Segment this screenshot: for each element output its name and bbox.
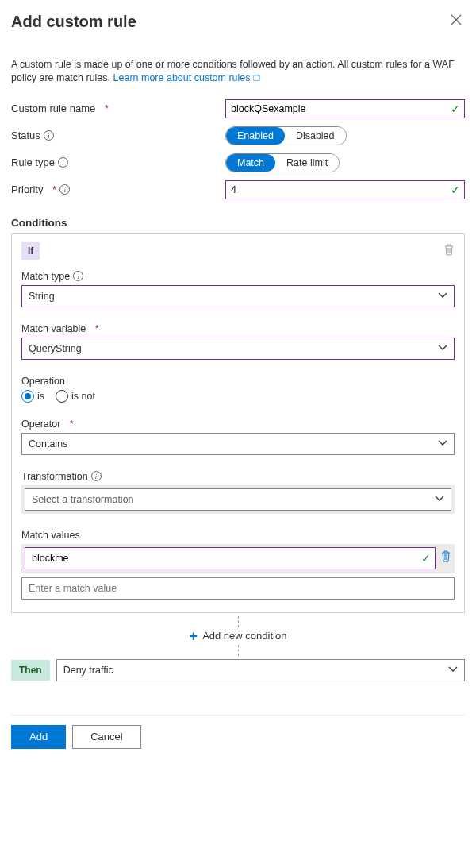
- rule-name-label: Custom rule name *: [11, 102, 225, 114]
- then-badge: Then: [11, 660, 50, 681]
- info-icon[interactable]: i: [44, 130, 54, 141]
- operation-label: Operation: [21, 376, 455, 387]
- delete-value-icon[interactable]: [440, 550, 451, 565]
- match-variable-label: Match variable *: [21, 323, 455, 334]
- learn-more-link[interactable]: Learn more about custom rules ❐: [113, 72, 261, 83]
- chevron-down-icon: [438, 438, 447, 450]
- condition-card: If Match type i String Match variable * …: [11, 233, 465, 613]
- transformation-label: Transformation i: [21, 471, 455, 482]
- status-enabled[interactable]: Enabled: [226, 127, 285, 145]
- transformation-select[interactable]: Select a transformation: [25, 488, 451, 511]
- info-icon[interactable]: i: [58, 157, 68, 168]
- ruletype-rate[interactable]: Rate limit: [275, 154, 339, 172]
- condition-connector: + Add new condition: [11, 616, 465, 656]
- status-toggle[interactable]: Enabled Disabled: [225, 126, 347, 145]
- page-title: Add custom rule: [11, 13, 136, 31]
- cancel-button[interactable]: Cancel: [72, 725, 140, 749]
- intro-text: A custom rule is made up of one or more …: [11, 58, 465, 85]
- match-values-label: Match values: [21, 530, 455, 541]
- rule-name-input[interactable]: [225, 99, 465, 118]
- status-disabled[interactable]: Disabled: [285, 127, 346, 145]
- action-select[interactable]: Deny traffic: [56, 659, 465, 681]
- delete-condition-icon[interactable]: [443, 244, 455, 258]
- info-icon[interactable]: i: [60, 184, 70, 195]
- conditions-heading: Conditions: [11, 217, 465, 229]
- chevron-down-icon: [435, 494, 444, 506]
- priority-input[interactable]: [225, 180, 465, 199]
- match-value-input[interactable]: [25, 547, 436, 569]
- if-badge: If: [21, 242, 40, 260]
- ruletype-match[interactable]: Match: [226, 154, 275, 172]
- add-condition-button[interactable]: + Add new condition: [190, 627, 287, 645]
- operator-label: Operator *: [21, 419, 455, 430]
- operator-select[interactable]: Contains: [21, 433, 455, 455]
- valid-check-icon: ✓: [451, 102, 460, 115]
- valid-check-icon: ✓: [451, 183, 460, 196]
- match-variable-select[interactable]: QueryString: [21, 338, 455, 360]
- chevron-down-icon: [438, 343, 447, 355]
- priority-label: Priority * i: [11, 183, 225, 195]
- external-link-icon: ❐: [253, 74, 260, 83]
- chevron-down-icon: [438, 291, 447, 303]
- plus-icon: +: [190, 629, 198, 643]
- match-type-label: Match type i: [21, 271, 455, 282]
- ruletype-toggle[interactable]: Match Rate limit: [225, 153, 340, 172]
- add-button[interactable]: Add: [11, 725, 66, 749]
- operation-is-radio[interactable]: is: [21, 390, 44, 403]
- valid-check-icon: ✓: [421, 552, 431, 565]
- close-icon[interactable]: [447, 13, 465, 29]
- match-type-select[interactable]: String: [21, 285, 455, 307]
- ruletype-label: Rule type i: [11, 156, 225, 168]
- info-icon[interactable]: i: [73, 271, 83, 281]
- operation-isnot-radio[interactable]: is not: [56, 390, 95, 403]
- info-icon[interactable]: i: [91, 471, 102, 481]
- match-value-new-input[interactable]: [21, 577, 455, 600]
- status-label: Status i: [11, 129, 225, 141]
- chevron-down-icon: [448, 665, 458, 677]
